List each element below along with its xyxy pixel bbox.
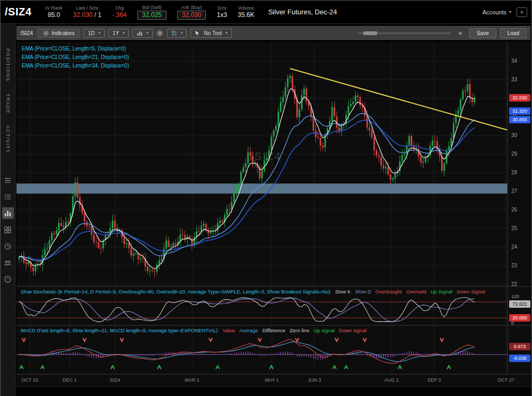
- grid-layout-icon[interactable]: [2, 224, 14, 235]
- ema21-study-label[interactable]: EMA (Price=CLOSE, Length=21, Displace=0): [22, 54, 129, 60]
- ask-button[interactable]: 32.030: [177, 11, 206, 20]
- svg-text:25: 25: [511, 225, 518, 231]
- last-size-value: 32.030 / 1: [73, 11, 101, 19]
- ema34-value-badge: 30.855: [509, 116, 530, 123]
- macd-legend: ValueAverageDifferenceZero lineUp signal…: [223, 327, 367, 333]
- help-icon[interactable]: ?: [2, 273, 14, 285]
- history-clock-icon[interactable]: [2, 240, 14, 252]
- zoom-slider-thumb[interactable]: [363, 31, 377, 35]
- legend-item: Up Signal: [430, 289, 452, 294]
- macd-study-row[interactable]: MACD (Fast length=8, Slow length=21, MAC…: [21, 327, 367, 333]
- chart-type-icon: [137, 30, 143, 36]
- stochastic-study-label[interactable]: Slow Stochastic (K Period=14, D Period=9…: [21, 289, 330, 294]
- drawing-tool-dropdown[interactable]: No Tool ▾: [190, 29, 231, 38]
- orders-list-icon[interactable]: [2, 191, 14, 203]
- chevron-down-icon: ▾: [123, 31, 125, 35]
- sidebar-tab-positions[interactable]: POSITIONS: [5, 48, 11, 82]
- svg-text:MAR 1: MAR 1: [185, 377, 200, 383]
- iv-rank-value: 85.0: [48, 11, 60, 19]
- cursor-icon: [195, 30, 200, 36]
- svg-text:23: 23: [511, 263, 518, 268]
- aggregation-value: 1D: [88, 30, 95, 36]
- trading-app-window: /SIZ4 IV Rank 85.0 Last / Size 32.030 / …: [0, 0, 532, 396]
- ema34-study-label[interactable]: EMA (Price=CLOSE, Length=34, Displace=0): [22, 63, 129, 69]
- layout-grid-icon: [171, 30, 177, 36]
- ema21-value-badge: 31.320: [509, 107, 530, 115]
- tool-label: No Tool: [204, 30, 222, 36]
- volume-field: Volume 35.6K: [238, 5, 254, 19]
- users-icon[interactable]: [2, 257, 14, 268]
- aggregation-dropdown[interactable]: 1D ▾: [84, 29, 104, 38]
- svg-text:28: 28: [511, 170, 518, 175]
- stoch-oversold-badge: 20.000: [509, 314, 530, 322]
- svg-text:2024: 2024: [110, 377, 120, 383]
- stoch-k-badge: 72.621: [509, 300, 530, 308]
- zoom-slider-track[interactable]: [358, 32, 451, 34]
- svg-text:DEC 1: DEC 1: [63, 377, 77, 383]
- chart-area[interactable]: /SIZ4343332313029282726252423221000OCT 2…: [16, 42, 531, 385]
- legend-item: Slow D: [355, 289, 371, 294]
- legend-item: Difference: [262, 327, 285, 333]
- legend-item: Down Signal: [456, 289, 485, 294]
- indicators-button[interactable]: Indicators: [38, 29, 80, 38]
- legend-item: Slow K: [335, 289, 351, 294]
- accounts-menu[interactable]: Accounts ▾: [483, 9, 511, 15]
- ask-field: Ask (Buy) 32.030: [177, 4, 206, 20]
- collapse-panel-button[interactable]: «: [517, 7, 527, 17]
- volume-label: Volume: [238, 5, 254, 11]
- chart-type-dropdown[interactable]: ▾: [132, 29, 153, 38]
- chart-icon[interactable]: [2, 207, 14, 219]
- stochastic-study-row[interactable]: Slow Stochastic (K Period=14, D Period=9…: [21, 289, 485, 294]
- load-button[interactable]: Load: [500, 28, 527, 38]
- svg-text:30: 30: [511, 132, 518, 138]
- svg-text:29: 29: [511, 151, 518, 157]
- svg-text:27: 27: [511, 188, 518, 194]
- bid-label: Bid (Sell): [142, 4, 162, 11]
- sidebar-tab-activity[interactable]: ACTIVITY: [5, 125, 11, 154]
- watchlist-icon[interactable]: [2, 174, 14, 186]
- save-button[interactable]: Save: [469, 28, 496, 38]
- chg-label: Chg: [115, 5, 124, 11]
- zoom-slider[interactable]: [358, 32, 451, 34]
- ema5-study-label[interactable]: EMA (Price=CLOSE, Length=5, Displace=0): [22, 46, 126, 52]
- zoom-in-button[interactable]: +: [458, 29, 462, 37]
- price-chart-canvas[interactable]: /SIZ4343332313029282726252423221000OCT 2…: [16, 42, 531, 385]
- svg-text:24: 24: [511, 244, 518, 250]
- iv-rank-label: IV Rank: [45, 5, 62, 11]
- bottom-scroll-strip[interactable]: [15, 386, 531, 396]
- svg-text:33: 33: [511, 77, 518, 82]
- range-dropdown[interactable]: 1Y ▾: [109, 29, 129, 38]
- chart-settings-gear-icon[interactable]: [156, 30, 163, 37]
- chevron-down-icon: ▾: [146, 31, 148, 35]
- toolbar-symbol: /SIZ4: [20, 30, 33, 36]
- svg-text:26: 26: [511, 207, 518, 213]
- size-field: Size 1x3: [217, 5, 227, 19]
- size-value: 1x3: [217, 11, 227, 19]
- symbol-logo[interactable]: /SIZ4: [5, 6, 31, 18]
- legend-item: Down signal: [339, 327, 367, 333]
- iv-rank-field: IV Rank 85.0: [45, 5, 62, 19]
- last-price-badge: 32.030: [509, 94, 530, 102]
- indicators-gear-icon: [43, 30, 49, 36]
- legend-item: Average: [239, 327, 258, 333]
- instrument-description: Silver Futures, Dec-24: [268, 8, 337, 16]
- legend-item: Value: [223, 327, 236, 333]
- chg-value: -.364: [112, 11, 127, 19]
- bid-field: Bid (Sell) 32.025: [137, 4, 167, 20]
- legend-item: Oversold: [406, 289, 426, 294]
- sidebar-tab-trade[interactable]: TRADE: [5, 94, 11, 114]
- layout-grid-dropdown[interactable]: ▾: [167, 29, 187, 38]
- bid-button[interactable]: 32.025: [137, 11, 167, 20]
- chevron-down-icon: ▾: [226, 31, 228, 35]
- svg-text:SEP 3: SEP 3: [427, 377, 440, 383]
- legend-item: Zero line: [289, 327, 309, 333]
- macd-study-label[interactable]: MACD (Fast length=8, Slow length=21, MAC…: [21, 327, 218, 333]
- range-value: 1Y: [113, 30, 119, 36]
- svg-text:34: 34: [511, 58, 518, 64]
- macd-average-badge: -0.038: [509, 355, 530, 362]
- svg-text:OCT 27: OCT 27: [497, 377, 514, 383]
- chart-toolbar: /SIZ4 Indicators 1D ▾ 1Y ▾ ▾ ▾: [16, 26, 530, 40]
- svg-text:JUN 3: JUN 3: [307, 377, 321, 383]
- chg-field: Chg -.364: [112, 5, 127, 19]
- sidebar-icon-strip: ?: [2, 174, 14, 285]
